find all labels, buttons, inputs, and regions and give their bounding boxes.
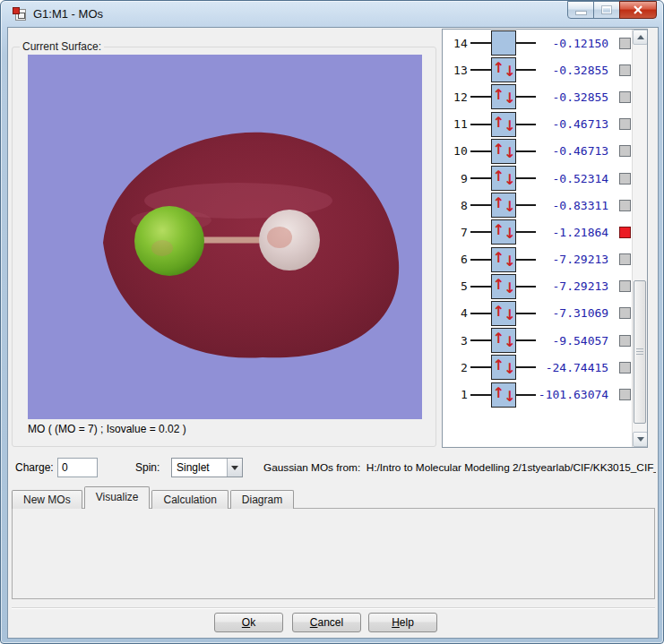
mo-number: 4 <box>448 306 468 320</box>
mo-occupancy-box[interactable]: ↑↓ <box>491 193 516 218</box>
spin-down-arrow-icon: ↓ <box>504 390 515 404</box>
visualize-tab-panel <box>12 508 655 599</box>
mo-select-checkbox[interactable] <box>619 335 631 347</box>
tab-visualize[interactable]: Visualize <box>84 486 151 509</box>
mo-number: 9 <box>448 172 468 185</box>
spin-up-arrow-icon: ↑ <box>492 116 504 130</box>
mo-level-line-right <box>516 286 536 288</box>
mo-occupancy-box[interactable]: ↑↓ <box>491 328 516 353</box>
spin-up-arrow-icon: ↑ <box>492 223 504 237</box>
mo-row: 10 ↑↓ -0.46713 <box>443 138 631 165</box>
spin-down-arrow-icon: ↓ <box>504 146 515 160</box>
mo-occupancy-box[interactable]: ↑↓ <box>491 219 516 245</box>
gaussian-source-path: H:/Intro to Molecular Modelling 2/1styea… <box>366 461 656 474</box>
spin-up-arrow-icon: ↑ <box>492 196 504 210</box>
spin-down-arrow-icon: ↓ <box>504 64 515 79</box>
mo-level-line-right <box>516 124 536 125</box>
title-bar[interactable]: G1:M1 - MOs <box>1 1 663 28</box>
mo-level-line-left <box>470 259 492 261</box>
mo-select-checkbox[interactable] <box>619 38 631 49</box>
cancel-button[interactable]: Cancel <box>292 613 361 632</box>
minimize-icon <box>576 12 586 14</box>
mo-select-checkbox[interactable] <box>619 91 631 103</box>
tab-diagram[interactable]: Diagram <box>230 490 294 509</box>
mo-number: 1 <box>448 388 468 401</box>
molecule-viewport[interactable] <box>28 55 422 419</box>
mo-rows: 14 ↑↓ -0.12150 13 ↑↓ -0.32855 <box>443 30 631 408</box>
spin-down-arrow-icon: ↓ <box>504 254 515 269</box>
mo-occupancy-box[interactable]: ↑↓ <box>491 30 516 56</box>
mo-select-checkbox[interactable] <box>619 307 631 319</box>
scroll-thumb[interactable] <box>634 280 646 424</box>
spin-up-arrow-icon: ↑ <box>492 331 504 346</box>
mo-level-line-left <box>470 339 492 341</box>
spin-label: Spin: <box>135 461 160 474</box>
mo-select-checkbox[interactable] <box>619 227 631 238</box>
charge-label: Charge: <box>15 461 54 474</box>
mo-level-line-left <box>470 124 492 125</box>
spin-up-arrow-icon: ↑ <box>492 278 504 292</box>
mo-level-line-right <box>516 150 536 152</box>
mo-level-line-left <box>470 286 492 288</box>
mo-occupancy-box[interactable]: ↑↓ <box>491 274 516 299</box>
mo-select-checkbox[interactable] <box>619 200 631 211</box>
spin-up-arrow-icon: ↑ <box>492 251 504 265</box>
mo-select-checkbox[interactable] <box>619 118 631 130</box>
mo-number: 14 <box>448 37 468 50</box>
tab-calculation[interactable]: Calculation <box>151 490 228 509</box>
mo-number: 12 <box>448 90 468 104</box>
mos-dialog-window: G1:M1 - MOs Current Surface: <box>0 0 664 644</box>
tab-strip: New MOs Visualize Calculation Diagram <box>12 487 296 509</box>
mo-occupancy-box[interactable]: ↑↓ <box>491 382 516 408</box>
mo-occupancy-box[interactable]: ↑↓ <box>491 301 516 326</box>
spin-down-arrow-icon: ↓ <box>504 173 515 187</box>
close-button[interactable] <box>619 1 657 19</box>
mo-select-checkbox[interactable] <box>619 280 631 292</box>
spin-up-arrow-icon: ↑ <box>492 169 504 184</box>
mo-row: 3 ↑↓ -9.54057 <box>443 327 631 354</box>
mo-level-line-left <box>470 394 492 396</box>
spin-select[interactable]: Singlet <box>171 458 243 477</box>
mo-select-checkbox[interactable] <box>619 145 631 157</box>
mo-occupancy-box[interactable]: ↑↓ <box>491 57 516 82</box>
mo-row: 13 ↑↓ -0.32855 <box>443 56 631 83</box>
mo-list-scrollbar[interactable] <box>632 30 647 447</box>
minimize-button[interactable] <box>567 1 594 19</box>
mo-select-checkbox[interactable] <box>619 253 631 265</box>
mo-occupancy-box[interactable]: ↑↓ <box>491 355 516 380</box>
charge-input[interactable] <box>57 458 98 477</box>
maximize-button[interactable] <box>593 1 620 19</box>
mo-select-checkbox[interactable] <box>619 64 631 76</box>
atom-green <box>134 206 204 276</box>
mo-select-checkbox[interactable] <box>619 173 631 185</box>
mo-occupancy-box[interactable]: ↑↓ <box>491 247 516 272</box>
mo-number: 6 <box>448 253 468 266</box>
mo-select-checkbox[interactable] <box>619 389 631 400</box>
mo-level-line-right <box>516 42 536 44</box>
scroll-down-button[interactable] <box>633 432 648 447</box>
app-icon <box>13 7 27 21</box>
spin-up-arrow-icon: ↑ <box>492 61 504 75</box>
mo-row: 2 ↑↓ -24.74415 <box>443 354 631 381</box>
mo-row: 6 ↑↓ -7.29213 <box>443 246 631 273</box>
help-button[interactable]: Help <box>368 613 437 632</box>
mo-row: 14 ↑↓ -0.12150 <box>443 30 631 56</box>
scroll-down-icon <box>637 437 644 442</box>
mo-occupancy-box[interactable]: ↑↓ <box>491 139 516 164</box>
scroll-up-button[interactable] <box>633 30 648 45</box>
mo-select-checkbox[interactable] <box>619 362 631 374</box>
surface-caption: MO ( (MO = 7) ; Isovalue = 0.02 ) <box>28 423 186 435</box>
tab-new-mos[interactable]: New MOs <box>12 490 82 509</box>
ok-button[interactable]: Ok <box>214 613 283 632</box>
mo-energy-value: -101.63074 <box>536 388 608 401</box>
mo-level-line-right <box>516 313 536 314</box>
mo-occupancy-box[interactable]: ↑↓ <box>491 166 516 191</box>
mo-occupancy-box[interactable]: ↑↓ <box>491 112 516 137</box>
mo-level-line-right <box>516 204 536 206</box>
mo-occupancy-box[interactable]: ↑↓ <box>491 84 516 109</box>
mo-row: 8 ↑↓ -0.83311 <box>443 192 631 219</box>
scroll-up-icon <box>637 35 644 39</box>
mo-level-line-right <box>516 394 536 396</box>
dialog-client-area: Current Surface: <box>8 28 658 638</box>
mo-level-line-right <box>516 96 536 98</box>
